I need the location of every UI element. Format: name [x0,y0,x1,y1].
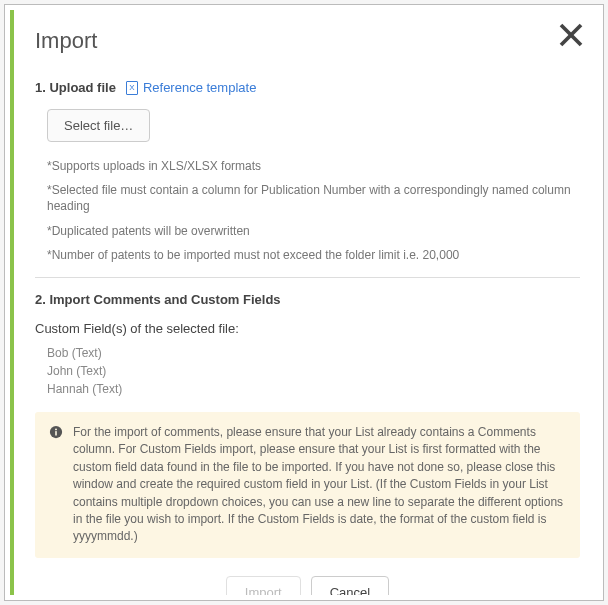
step1-label: 1. Upload file [35,80,116,95]
note-item: *Number of patents to be imported must n… [47,247,580,263]
import-button[interactable]: Import [226,576,301,595]
accent-stripe [10,10,14,595]
import-modal: Import 1. Upload file X Reference templa… [17,10,598,595]
step1-header: 1. Upload file X Reference template [35,80,580,95]
info-callout: For the import of comments, please ensur… [35,412,580,558]
info-icon [49,425,63,439]
note-item: *Selected file must contain a column for… [47,182,580,214]
custom-field-item: Bob (Text) [47,346,580,360]
custom-field-item: John (Text) [47,364,580,378]
reference-template-link[interactable]: X Reference template [126,80,256,95]
step2-label: 2. Import Comments and Custom Fields [35,292,580,307]
close-icon [556,20,586,50]
info-text: For the import of comments, please ensur… [73,424,566,546]
custom-field-item: Hannah (Text) [47,382,580,396]
svg-point-3 [55,428,57,430]
svg-rect-4 [55,431,57,435]
custom-fields-subhead: Custom Field(s) of the selected file: [35,321,580,336]
cancel-button[interactable]: Cancel [311,576,389,595]
modal-actions: Import Cancel [35,576,580,595]
upload-notes: *Supports uploads in XLS/XLSX formats *S… [47,158,580,263]
close-button[interactable] [556,20,586,50]
custom-fields-list: Bob (Text) John (Text) Hannah (Text) [47,346,580,396]
modal-container: Import 1. Upload file X Reference templa… [4,4,604,601]
select-file-button[interactable]: Select file… [47,109,150,142]
note-item: *Supports uploads in XLS/XLSX formats [47,158,580,174]
modal-title: Import [35,28,580,54]
reference-template-text: Reference template [143,80,256,95]
note-item: *Duplicated patents will be overwritten [47,223,580,239]
section-divider [35,277,580,278]
excel-file-icon: X [126,81,138,95]
